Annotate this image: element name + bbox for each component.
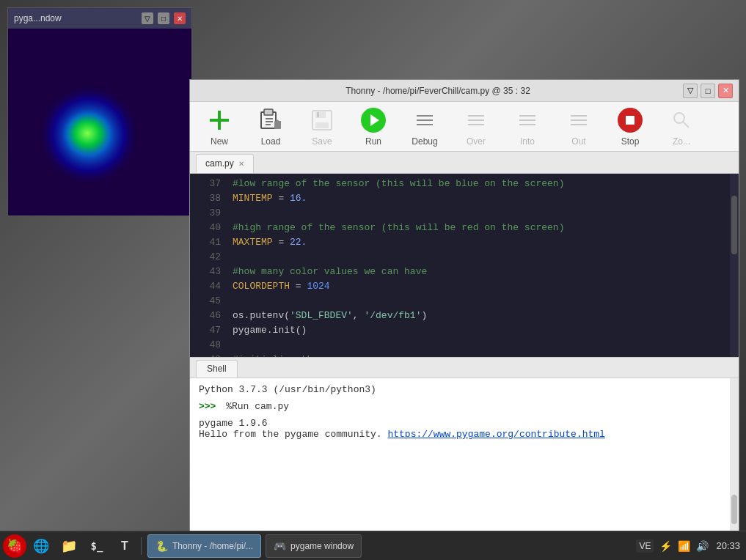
taskbar-vol-icon[interactable]: 🔊 (696, 540, 709, 552)
shell-panel: Shell Python 3.7.3 (/usr/bin/python3) >>… (190, 357, 739, 531)
svg-line-17 (683, 122, 689, 128)
code-line-41: MAXTEMP = 22. (233, 235, 724, 250)
taskbar-ve-icon[interactable]: VE (636, 539, 654, 553)
editor-scrollbar[interactable] (730, 174, 739, 357)
pygame-minimize-button[interactable]: ▽ (142, 12, 153, 24)
load-button[interactable]: Load (246, 105, 296, 149)
taskbar-browser-icon[interactable]: 🌐 (28, 533, 54, 559)
taskbar-wifi-icon[interactable]: 📶 (678, 540, 690, 552)
toolbar: New Load (190, 102, 739, 152)
new-icon (206, 107, 233, 133)
run-button[interactable]: Run (348, 105, 398, 149)
svg-point-2 (62, 110, 113, 157)
tab-bar: cam.py ✕ (190, 152, 739, 174)
save-icon (309, 107, 335, 133)
debug-icon (412, 107, 438, 133)
thonny-titlebar: Thonny - /home/pi/FeverChill/cam.py @ 35… (190, 80, 739, 102)
taskbar-clock: 20:33 (716, 540, 740, 551)
out-label: Out (571, 136, 585, 147)
taskbar-right: VE ⚡ 📶 🔊 20:33 (636, 539, 746, 553)
pygame-link[interactable]: https://www.pygame.org/contribute.html (387, 429, 604, 440)
python-version-line: Python 3.7.3 (/usr/bin/python3) (199, 384, 721, 395)
zoom-label: Zo... (673, 136, 690, 147)
taskbar: 🍓 🌐 📁 $_ T 🐍 Thonny - /home/pi/... 🎮 pyg… (0, 531, 746, 560)
taskbar-pygame-label: pygame window (290, 541, 354, 551)
editor-scrollbar-thumb[interactable] (731, 196, 737, 254)
code-line-39 (233, 206, 724, 221)
code-line-48 (233, 338, 724, 353)
stop-button[interactable]: Stop (605, 105, 655, 149)
code-line-49: #initialize the sensor (233, 353, 724, 357)
code-editor[interactable]: #low range of the sensor (this will be b… (227, 174, 730, 357)
code-line-44: COLORDEPTH = 1024 (233, 279, 724, 294)
new-button[interactable]: New (194, 105, 244, 149)
svg-rect-7 (266, 118, 273, 119)
shell-output-pygame: pygame 1.9.6 (199, 418, 721, 429)
into-label: Into (520, 136, 535, 147)
shell-tab[interactable]: Shell (196, 360, 238, 377)
pygame-maximize-button[interactable]: □ (158, 12, 169, 24)
pygame-close-button[interactable]: ✕ (174, 12, 186, 24)
pygame-window-title: pyga...ndow (14, 13, 137, 23)
pygame-window: pyga...ndow ▽ □ ✕ (7, 7, 192, 216)
shell-command-line: >>> %Run cam.py (199, 401, 721, 412)
taskbar-thonny-window[interactable]: 🐍 Thonny - /home/pi/... (147, 534, 261, 558)
taskbar-raspberry-icon[interactable]: 🍓 (3, 534, 26, 558)
stop-label: Stop (621, 136, 640, 147)
svg-rect-9 (266, 124, 271, 125)
thonny-window: Thonny - /home/pi/FeverChill/cam.py @ 35… (189, 79, 739, 532)
file-tab-cam-py[interactable]: cam.py ✕ (196, 154, 254, 173)
save-label: Save (312, 136, 332, 147)
load-label: Load (261, 136, 281, 147)
code-line-37: #low range of the sensor (this will be b… (233, 177, 724, 191)
taskbar-pygame-window[interactable]: 🎮 pygame window (266, 534, 362, 558)
taskbar-left: 🍓 🌐 📁 $_ T 🐍 Thonny - /home/pi/... 🎮 pyg… (0, 533, 362, 559)
taskbar-system-icons: VE ⚡ 📶 🔊 (636, 539, 709, 553)
into-icon (514, 107, 541, 133)
svg-point-16 (674, 113, 684, 123)
code-line-43: #how many color values we can have (233, 265, 724, 279)
thonny-window-title: Thonny - /home/pi/FeverChill/cam.py @ 35… (196, 86, 680, 96)
zoom-button[interactable]: Zo... (657, 105, 706, 149)
over-icon (463, 107, 489, 133)
out-button[interactable]: Out (554, 105, 604, 149)
line-numbers: 37 38 39 40 41 42 43 44 45 46 47 48 49 (190, 174, 227, 357)
taskbar-thonny-label: Thonny - /home/pi/... (172, 541, 253, 551)
new-label: New (211, 136, 228, 147)
code-line-38: MINTEMP = 16. (233, 191, 724, 206)
into-button[interactable]: Into (502, 105, 552, 149)
thonny-maximize-button[interactable]: □ (701, 84, 715, 98)
load-icon (257, 107, 284, 133)
thonny-minimize-button[interactable]: ▽ (683, 84, 698, 98)
shell-output-hello: Hello from the pygame community. https:/… (199, 429, 721, 440)
code-line-40: #high range of the sensor (this will be … (233, 221, 724, 235)
svg-rect-15 (315, 122, 329, 128)
debug-label: Debug (412, 136, 437, 147)
shell-content[interactable]: Python 3.7.3 (/usr/bin/python3) >>> %Run… (190, 378, 730, 531)
editor-area[interactable]: 37 38 39 40 41 42 43 44 45 46 47 48 49 #… (190, 174, 739, 357)
stop-icon (617, 107, 643, 133)
svg-rect-14 (317, 112, 319, 117)
run-icon (360, 107, 387, 133)
shell-scrollbar-thumb[interactable] (731, 495, 737, 524)
taskbar-terminal-icon[interactable]: $_ (84, 533, 110, 559)
shell-tab-bar: Shell (190, 358, 739, 378)
over-button[interactable]: Over (451, 105, 501, 149)
heatmap-svg (8, 29, 191, 215)
shell-scrollbar[interactable] (730, 378, 739, 531)
thonny-close-button[interactable]: ✕ (718, 84, 733, 98)
taskbar-bt-icon[interactable]: ⚡ (659, 540, 672, 552)
pygame-canvas (8, 29, 191, 215)
save-button[interactable]: Save (297, 105, 347, 149)
debug-button[interactable]: Debug (400, 105, 450, 149)
taskbar-text-editor-icon[interactable]: T (111, 533, 138, 559)
tab-filename: cam.py (205, 158, 234, 169)
code-line-47: pygame.init() (233, 323, 724, 338)
taskbar-separator (141, 537, 142, 555)
taskbar-files-icon[interactable]: 📁 (56, 533, 82, 559)
svg-rect-8 (266, 121, 273, 122)
code-line-42 (233, 250, 724, 265)
tab-close-button[interactable]: ✕ (238, 160, 244, 168)
run-label: Run (365, 136, 381, 147)
shell-tab-label: Shell (207, 364, 227, 374)
